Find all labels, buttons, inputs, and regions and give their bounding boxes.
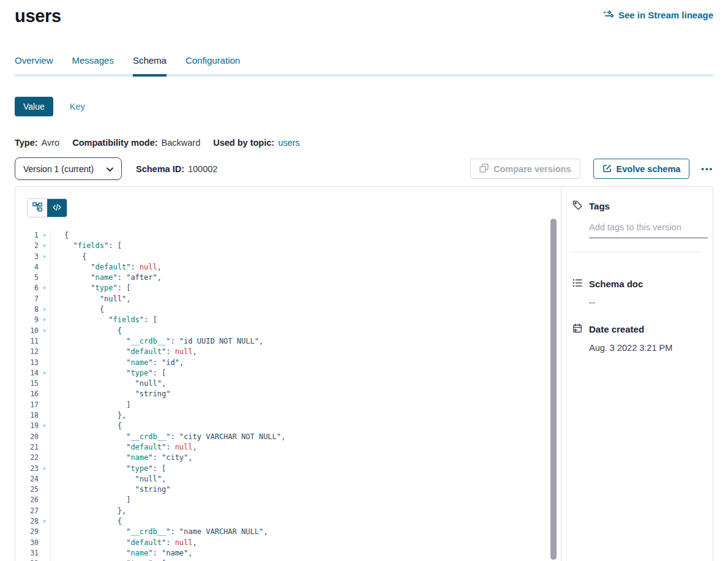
fold-spacer [39, 410, 50, 421]
line-number: 14 [15, 368, 39, 378]
tab-overview[interactable]: Overview [15, 55, 53, 77]
compare-versions-button[interactable]: Compare versions [470, 159, 580, 179]
code-view-button[interactable] [47, 199, 67, 217]
date-created-section: Date created Aug. 3 2022 3:21 PM [572, 323, 700, 353]
tree-view-button[interactable] [28, 199, 47, 217]
code-line: 26 ] [15, 495, 561, 505]
code-text: "string" [51, 484, 170, 495]
fold-spacer [39, 336, 50, 347]
fold-toggle-icon[interactable]: ▼ [39, 283, 50, 293]
tab-schema[interactable]: Schema [133, 55, 167, 77]
tab-configuration[interactable]: Configuration [186, 55, 240, 77]
code-line: 29 "__crdb__": "name VARCHAR NULL", [15, 527, 561, 537]
code-text: "default": null, [51, 538, 197, 548]
code-text: "name": "name", [51, 548, 193, 559]
tag-icon [572, 200, 582, 212]
line-number: 19 [15, 421, 39, 431]
list-icon [572, 278, 582, 290]
code-text: "type": [ [51, 464, 166, 474]
line-number: 9 [15, 315, 39, 325]
fold-toggle-icon[interactable]: ▼ [39, 241, 50, 251]
code-line: 28▼ { [15, 516, 561, 527]
version-select[interactable]: Version 1 (current) [15, 157, 122, 180]
fold-spacer [39, 294, 50, 304]
schema-sidebar: Tags Schema doc -- [561, 187, 713, 561]
code-text: "null", [51, 294, 130, 304]
code-text: "default": null, [51, 442, 197, 453]
fold-spacer [39, 538, 50, 548]
fold-spacer [39, 273, 50, 283]
date-created-value: Aug. 3 2022 3:21 PM [589, 343, 700, 353]
code-view-icon [53, 203, 61, 214]
code-text: "fields": [ [51, 315, 157, 325]
line-number: 11 [15, 336, 39, 347]
editor-scrollbar[interactable] [550, 219, 557, 560]
fold-toggle-icon[interactable]: ▼ [39, 252, 50, 262]
code-line: 14▼ "type": [ [15, 368, 561, 378]
code-line: 5 "name": "after", [15, 273, 561, 283]
fold-toggle-icon[interactable]: ▼ [39, 315, 50, 325]
fold-toggle-icon[interactable]: ▼ [39, 559, 50, 561]
value-toggle-button[interactable]: Value [15, 97, 53, 116]
tab-messages[interactable]: Messages [72, 55, 114, 77]
page-title: users [15, 6, 61, 26]
code-line: 16 "string" [15, 389, 561, 399]
fold-spacer [39, 389, 50, 399]
fold-spacer [39, 484, 50, 495]
tags-section-header: Tags [572, 200, 700, 212]
compatibility-label: Compatibility mode: [72, 138, 157, 148]
code-text: "default": null, [51, 347, 197, 357]
more-options-button[interactable]: ••• [701, 164, 713, 173]
type-label: Type: [15, 138, 38, 148]
fold-toggle-icon[interactable]: ▼ [39, 368, 50, 378]
schema-id: Schema ID: 100002 [136, 164, 217, 174]
fold-spacer [39, 378, 50, 389]
see-in-stream-lineage-link[interactable]: See in Stream lineage [603, 10, 713, 20]
line-number: 21 [15, 442, 39, 453]
fold-spacer [39, 432, 50, 442]
code-text: "type": [ [51, 283, 130, 293]
used-by-topic-label: Used by topic: [213, 138, 274, 148]
code-line: 7 "null", [15, 294, 561, 304]
schema-panel: 1▼{2▼ "fields": [3▼ {4 "default": null,5… [15, 186, 713, 561]
fold-spacer [39, 474, 50, 484]
line-number: 32 [15, 559, 39, 561]
code-line: 12 "default": null, [15, 347, 561, 357]
code-line: 11 "__crdb__": "id UUID NOT NULL", [15, 336, 561, 347]
code-line: 3▼ { [15, 252, 561, 262]
key-toggle-button[interactable]: Key [70, 102, 85, 111]
code-text: }, [51, 410, 126, 421]
evolve-schema-button[interactable]: Evolve schema [593, 159, 690, 179]
fold-toggle-icon[interactable]: ▼ [39, 464, 50, 474]
code-text: { [51, 326, 122, 336]
actions: Compare versions Evolve schema ••• [470, 159, 713, 179]
line-number: 6 [15, 283, 39, 293]
copy-icon [479, 164, 489, 175]
schema-doc-section: Schema doc -- [572, 278, 700, 307]
code-text: "name": "after", [51, 273, 162, 283]
code-text: "fields": [ [51, 241, 122, 251]
code-text: "__crdb__": "city VARCHAR NOT NULL", [51, 432, 285, 442]
line-number: 17 [15, 400, 39, 410]
line-number: 4 [15, 262, 39, 273]
code-line: 30 "default": null, [15, 538, 561, 548]
code-text: "null", [51, 474, 166, 484]
add-tags-input[interactable] [589, 222, 708, 238]
fold-toggle-icon[interactable]: ▼ [39, 516, 50, 527]
code-text: "string" [51, 389, 170, 399]
line-number: 8 [15, 304, 39, 315]
code-line: 9▼ "fields": [ [15, 315, 561, 325]
topic-link[interactable]: users [278, 138, 299, 148]
compatibility-value: Backward [162, 138, 201, 148]
code-line: 31 "name": "name", [15, 548, 561, 559]
fold-toggle-icon[interactable]: ▼ [39, 421, 50, 431]
code-line: 21 "default": null, [15, 442, 561, 453]
code-text: "name": "id", [51, 358, 184, 368]
line-number: 23 [15, 464, 39, 474]
code-line: 17 ] [15, 400, 561, 410]
fold-toggle-icon[interactable]: ▼ [39, 326, 50, 336]
type-value: Avro [42, 138, 60, 148]
fold-toggle-icon[interactable]: ▼ [39, 304, 50, 315]
fold-toggle-icon[interactable]: ▼ [39, 230, 50, 241]
fold-spacer [39, 442, 50, 453]
